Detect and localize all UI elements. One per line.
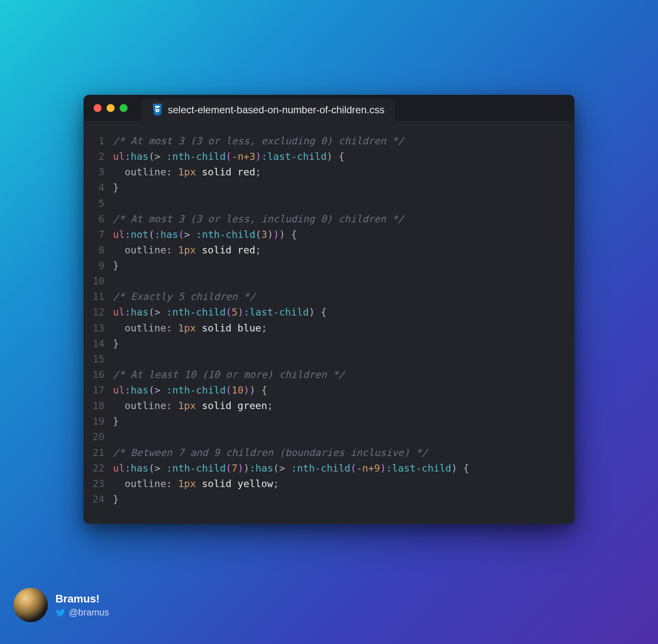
line-number: 16 bbox=[92, 367, 113, 383]
close-icon[interactable] bbox=[94, 104, 102, 112]
twitter-icon bbox=[55, 607, 65, 618]
line-number: 1 bbox=[92, 133, 113, 149]
line-number: 12 bbox=[92, 305, 113, 320]
code-window: select-element-based-on-number-of-childr… bbox=[84, 95, 574, 524]
line-number: 15 bbox=[92, 352, 113, 367]
window-titlebar: select-element-based-on-number-of-childr… bbox=[84, 95, 574, 121]
handle-text: @bramus bbox=[69, 607, 109, 618]
line-number: 23 bbox=[92, 476, 113, 492]
author-info: Bramus! @bramus bbox=[55, 592, 109, 618]
line-number: 21 bbox=[92, 445, 113, 461]
line-number: 13 bbox=[92, 321, 113, 336]
author-handle[interactable]: @bramus bbox=[55, 607, 109, 618]
code-comment: /* At least 10 (10 or more) children */ bbox=[113, 369, 345, 381]
line-number: 19 bbox=[92, 414, 113, 429]
line-number: 2 bbox=[92, 149, 113, 164]
line-number: 24 bbox=[92, 492, 113, 507]
code-editor[interactable]: 1/* At most 3 (3 or less, excluding 0) c… bbox=[84, 121, 574, 524]
line-number: 14 bbox=[92, 336, 113, 352]
line-number: 9 bbox=[92, 258, 113, 274]
code-comment: /* Between 7 and 9 children (boundaries … bbox=[113, 447, 428, 459]
avatar[interactable] bbox=[13, 588, 48, 622]
line-number: 6 bbox=[92, 211, 113, 227]
line-number: 11 bbox=[92, 289, 113, 305]
line-number: 20 bbox=[92, 429, 113, 445]
line-number: 4 bbox=[92, 180, 113, 196]
line-number: 18 bbox=[92, 398, 113, 414]
line-number: 3 bbox=[92, 164, 113, 180]
line-number: 8 bbox=[92, 242, 113, 258]
line-number: 17 bbox=[92, 383, 113, 398]
tab-filename: select-element-based-on-number-of-childr… bbox=[168, 104, 384, 116]
code-comment: /* Exactly 5 children */ bbox=[113, 291, 256, 302]
maximize-icon[interactable] bbox=[120, 104, 128, 112]
css-file-icon bbox=[152, 104, 163, 116]
author-attribution: Bramus! @bramus bbox=[13, 588, 109, 622]
line-number: 5 bbox=[92, 196, 113, 211]
file-tab[interactable]: select-element-based-on-number-of-childr… bbox=[141, 99, 395, 121]
line-number: 7 bbox=[92, 227, 113, 242]
line-number: 10 bbox=[92, 274, 113, 289]
minimize-icon[interactable] bbox=[107, 104, 115, 112]
code-comment: /* At most 3 (3 or less, including 0) ch… bbox=[113, 213, 404, 225]
code-comment: /* At most 3 (3 or less, excluding 0) ch… bbox=[113, 135, 404, 147]
window-controls bbox=[94, 104, 128, 112]
line-number: 22 bbox=[92, 461, 113, 476]
author-name: Bramus! bbox=[55, 592, 109, 605]
